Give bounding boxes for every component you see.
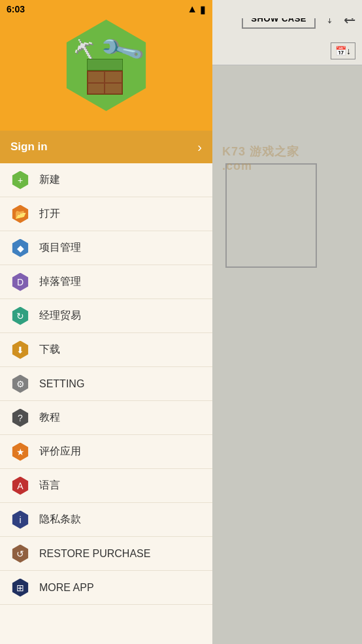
hex-icon-open: 📂 xyxy=(11,205,29,223)
main-toolbar2: 📅↓ xyxy=(212,37,362,65)
menu-item-open[interactable]: 📂打开 xyxy=(0,197,212,231)
hex-icon-download: ⬇ xyxy=(11,341,29,359)
menu-label-rate: 评价应用 xyxy=(39,445,202,459)
status-time: 6:03 xyxy=(7,4,25,14)
menu-label-project: 项目管理 xyxy=(39,241,202,255)
menu-item-drop[interactable]: D掉落管理 xyxy=(0,265,212,299)
app-logo: 🔧 ⛏ xyxy=(61,20,152,111)
main-status-bar-right xyxy=(212,0,362,18)
menu-icon-trade: ↻ xyxy=(10,306,30,326)
menu-label-trade: 经理贸易 xyxy=(39,309,202,323)
sign-in-arrow-icon: › xyxy=(197,140,202,155)
hex-icon-trade: ↻ xyxy=(11,307,29,325)
cal-sort-button[interactable]: 📅↓ xyxy=(331,42,355,59)
menu-label-moreapp: MORE APP xyxy=(39,582,202,594)
menu-item-new[interactable]: +新建 xyxy=(0,163,212,197)
menu-label-setting: SETTING xyxy=(39,378,202,390)
menu-item-setting[interactable]: ⚙SETTING xyxy=(0,367,212,401)
menu-label-language: 语言 xyxy=(39,479,202,492)
menu-item-trade[interactable]: ↻经理贸易 xyxy=(0,299,212,333)
menu-icon-privacy: i xyxy=(10,510,30,530)
menu-icon-setting: ⚙ xyxy=(10,374,30,394)
menu-list: +新建📂打开◆项目管理D掉落管理↻经理贸易⬇下载⚙SETTING?教程★评价应用… xyxy=(0,163,212,644)
grass-cell xyxy=(88,83,105,95)
menu-icon-open: 📂 xyxy=(10,204,30,224)
menu-icon-drop: D xyxy=(10,272,30,292)
hex-icon-new: + xyxy=(11,171,29,189)
sidebar: 6:03 ▲ ▮ 🔧 ⛏ xyxy=(0,0,212,644)
menu-item-moreapp[interactable]: ⊞MORE APP xyxy=(0,571,212,605)
sign-in-label: Sign in xyxy=(10,140,48,153)
grass-cell xyxy=(88,71,105,83)
logo-icon-area: 🔧 ⛏ xyxy=(74,33,139,98)
wifi-icon: ▲ xyxy=(187,3,197,15)
hex-shape: 🔧 ⛏ xyxy=(61,20,152,111)
menu-icon-download: ⬇ xyxy=(10,340,30,360)
hex-icon-moreapp: ⊞ xyxy=(11,579,29,597)
menu-item-project[interactable]: ◆项目管理 xyxy=(0,231,212,265)
battery-icon: ▮ xyxy=(200,3,206,16)
status-icons: ▲ ▮ xyxy=(187,3,206,16)
hex-icon-privacy: i xyxy=(11,511,29,529)
menu-icon-language: A xyxy=(10,476,30,496)
menu-item-rate[interactable]: ★评价应用 xyxy=(0,435,212,469)
menu-icon-restore: ↺ xyxy=(10,544,30,564)
menu-item-privacy[interactable]: i隐私条款 xyxy=(0,503,212,537)
hex-icon-tutorial: ? xyxy=(11,409,29,427)
hex-icon-project: ◆ xyxy=(11,239,29,257)
menu-item-download[interactable]: ⬇下载 xyxy=(0,333,212,367)
watermark: K73 游戏之家.com xyxy=(222,144,299,173)
grass-block xyxy=(87,59,123,95)
menu-item-tutorial[interactable]: ?教程 xyxy=(0,401,212,435)
menu-label-open: 打开 xyxy=(39,207,202,221)
hex-icon-drop: D xyxy=(11,273,29,291)
menu-label-restore: RESTORE PURCHASE xyxy=(39,548,202,560)
menu-icon-project: ◆ xyxy=(10,238,30,258)
status-bar: 6:03 ▲ ▮ xyxy=(0,0,212,18)
hex-icon-rate: ★ xyxy=(11,443,29,461)
grass-top xyxy=(87,59,123,71)
sign-in-row[interactable]: Sign in › xyxy=(0,131,212,163)
grass-side xyxy=(87,71,123,95)
hex-icon-setting: ⚙ xyxy=(11,375,29,393)
hex-icon-restore: ↺ xyxy=(11,545,29,563)
menu-label-new: 新建 xyxy=(39,173,202,187)
menu-label-drop: 掉落管理 xyxy=(39,275,202,289)
grass-cell xyxy=(105,83,122,95)
logo-area: 🔧 ⛏ xyxy=(0,0,212,131)
menu-icon-rate: ★ xyxy=(10,442,30,462)
menu-label-privacy: 隐私条款 xyxy=(39,513,202,526)
menu-icon-tutorial: ? xyxy=(10,408,30,428)
menu-item-language[interactable]: A语言 xyxy=(0,469,212,503)
menu-label-download: 下载 xyxy=(39,343,202,357)
hex-icon-language: A xyxy=(11,477,29,495)
menu-icon-new: + xyxy=(10,170,30,190)
menu-label-tutorial: 教程 xyxy=(39,411,202,425)
menu-item-restore[interactable]: ↺RESTORE PURCHASE xyxy=(0,537,212,571)
canvas-rect xyxy=(225,163,317,268)
grass-cell xyxy=(105,71,122,83)
menu-icon-moreapp: ⊞ xyxy=(10,578,30,598)
